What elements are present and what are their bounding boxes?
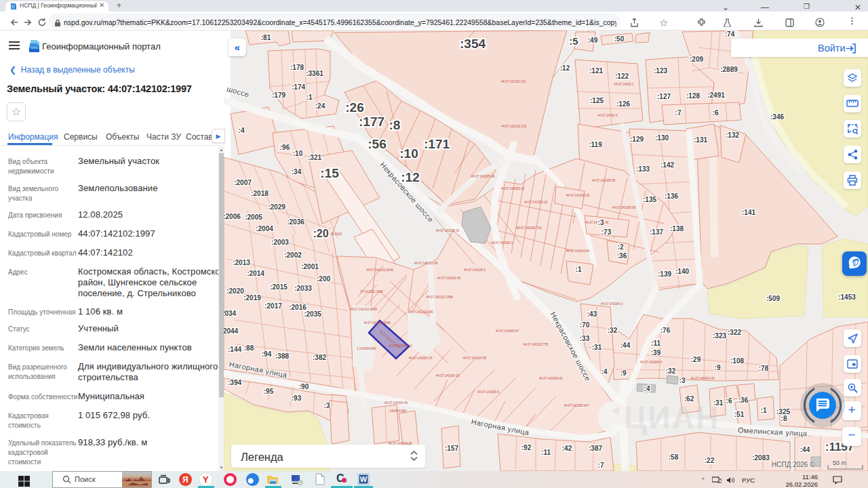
svg-text::140: :140: [675, 268, 689, 275]
svg-text:44:07:140365:58: 44:07:140365:58: [612, 206, 636, 209]
svg-text:44:07:140304:4: 44:07:140304:4: [640, 361, 662, 364]
svg-text:44:07:140101:1988: 44:07:140101:1988: [426, 296, 453, 299]
svg-text::3: :3: [324, 402, 330, 409]
svg-text:44:07:143305:467: 44:07:143305:467: [564, 404, 589, 407]
svg-text::9: :9: [715, 364, 721, 371]
svg-text:44:07:140303:44: 44:07:140303:44: [566, 249, 590, 253]
svg-text::32: :32: [608, 327, 618, 334]
svg-text::509: :509: [766, 295, 780, 302]
svg-text::2013: :2013: [233, 259, 250, 266]
svg-text::135: :135: [643, 196, 656, 203]
svg-text::76: :76: [660, 327, 671, 334]
svg-text::1: :1: [761, 407, 767, 414]
svg-text:44:07:142102:995: 44:07:142102:995: [408, 310, 433, 314]
svg-text:44:07:140304:56: 44:07:140304:56: [384, 401, 408, 405]
svg-text:44:07:146305:46: 44:07:146305:46: [585, 221, 609, 224]
svg-text::50: :50: [614, 35, 625, 43]
svg-text::56: :56: [368, 137, 386, 151]
svg-text::2491: :2491: [707, 92, 725, 99]
svg-text::127: :127: [657, 93, 671, 100]
svg-text::387: :387: [589, 445, 602, 452]
svg-text::74: :74: [725, 30, 735, 38]
svg-text::323: :323: [713, 332, 726, 340]
svg-text::11: :11: [541, 449, 551, 456]
svg-text::2003: :2003: [271, 239, 289, 246]
svg-text::5: :5: [569, 35, 578, 47]
svg-text::42: :42: [562, 445, 572, 452]
svg-text::140304:868: :140304:868: [389, 409, 406, 413]
svg-text:44:07:140305:9: 44:07:140305:9: [477, 390, 499, 394]
svg-text::2004: :2004: [256, 225, 273, 232]
svg-text:44:07:140303:12: 44:07:140303:12: [524, 201, 548, 204]
svg-text::2083: :2083: [752, 454, 770, 462]
svg-text::2889: :2889: [720, 66, 738, 73]
svg-text::95: :95: [264, 388, 274, 395]
svg-text:44:07:140304:29: 44:07:140304:29: [436, 374, 460, 378]
svg-text:44:07:140304:49: 44:07:140304:49: [691, 377, 715, 380]
svg-text::321: :321: [308, 154, 321, 161]
svg-text::2005: :2005: [245, 214, 262, 221]
svg-text::70: :70: [580, 321, 590, 329]
svg-text::12: :12: [560, 64, 570, 72]
svg-text::20: :20: [313, 228, 328, 239]
svg-text::122: :122: [615, 73, 629, 80]
svg-text::142: :142: [660, 161, 674, 169]
svg-text:44:07:140305:3: 44:07:140305:3: [491, 241, 513, 245]
svg-text::126: :126: [616, 100, 630, 108]
svg-text::141: :141: [742, 209, 755, 216]
svg-text::2017: :2017: [264, 302, 282, 310]
svg-text::2020: :2020: [226, 287, 244, 295]
svg-text::2036: :2036: [287, 218, 304, 226]
svg-text::2014: :2014: [247, 270, 264, 277]
svg-text::31: :31: [592, 344, 602, 351]
svg-text:44:07:140303:755: 44:07:140303:755: [523, 343, 548, 346]
svg-text::8: :8: [389, 118, 401, 132]
svg-text::39: :39: [651, 349, 661, 357]
svg-text::2019: :2019: [243, 294, 261, 302]
svg-text::136: :136: [665, 192, 678, 200]
svg-text:44:07:140304:67: 44:07:140304:67: [496, 329, 519, 333]
svg-text::132: :132: [726, 131, 739, 139]
svg-text::78: :78: [759, 365, 769, 372]
svg-text:44:07:142102:40: 44:07:142102:40: [437, 277, 461, 280]
svg-text::96: :96: [280, 144, 290, 151]
svg-text::8: :8: [781, 415, 787, 422]
svg-text::32: :32: [666, 367, 676, 375]
svg-text::3: :3: [679, 377, 686, 384]
svg-text::121: :121: [589, 67, 603, 75]
svg-text::1: :1: [576, 266, 582, 273]
svg-text::11: :11: [651, 340, 660, 347]
svg-text:1:140304:868: 1:140304:868: [357, 347, 376, 350]
svg-text::2033: :2033: [294, 285, 312, 292]
svg-text:2044: 2044: [224, 327, 239, 335]
svg-text::133: :133: [636, 165, 650, 173]
svg-text::10: :10: [399, 146, 418, 161]
svg-text::178: :178: [290, 64, 304, 71]
svg-text::2001: :2001: [301, 263, 319, 270]
svg-text::34: :34: [292, 168, 302, 176]
svg-text:07:142102:1999: 07:142102:1999: [360, 290, 383, 293]
svg-text:44:07:140304:55: 44:07:140304:55: [463, 357, 487, 360]
svg-text::6: :6: [713, 109, 719, 117]
svg-text:44:07:142102:2046: 44:07:142102:2046: [366, 268, 393, 272]
svg-text::382: :382: [313, 354, 326, 361]
svg-text::2018: :2018: [251, 190, 269, 197]
svg-text:02:2032: 02:2032: [331, 232, 342, 236]
svg-text::179: :179: [272, 92, 285, 99]
svg-text:44:07:140304:15: 44:07:140304:15: [409, 357, 433, 360]
svg-text::2007: :2007: [234, 179, 252, 186]
svg-text::209: :209: [690, 56, 703, 63]
svg-text:W: W: [360, 475, 368, 483]
svg-text::10: :10: [293, 150, 303, 157]
svg-text::3361: :3361: [306, 70, 323, 77]
svg-text:44:07:14031:1: 44:07:14031:1: [614, 83, 634, 86]
svg-text::171: :171: [424, 137, 450, 151]
svg-text::157: :157: [445, 445, 458, 452]
svg-text::2002: :2002: [284, 251, 302, 259]
svg-text::177: :177: [359, 115, 384, 129]
svg-text:2034: 2034: [224, 310, 237, 317]
svg-text:44:07:140305:15: 44:07:140305:15: [436, 229, 460, 232]
svg-text::2: :2: [618, 243, 624, 251]
svg-text:ЦИАН: ЦИАН: [624, 400, 719, 435]
svg-text::58: :58: [669, 453, 679, 461]
